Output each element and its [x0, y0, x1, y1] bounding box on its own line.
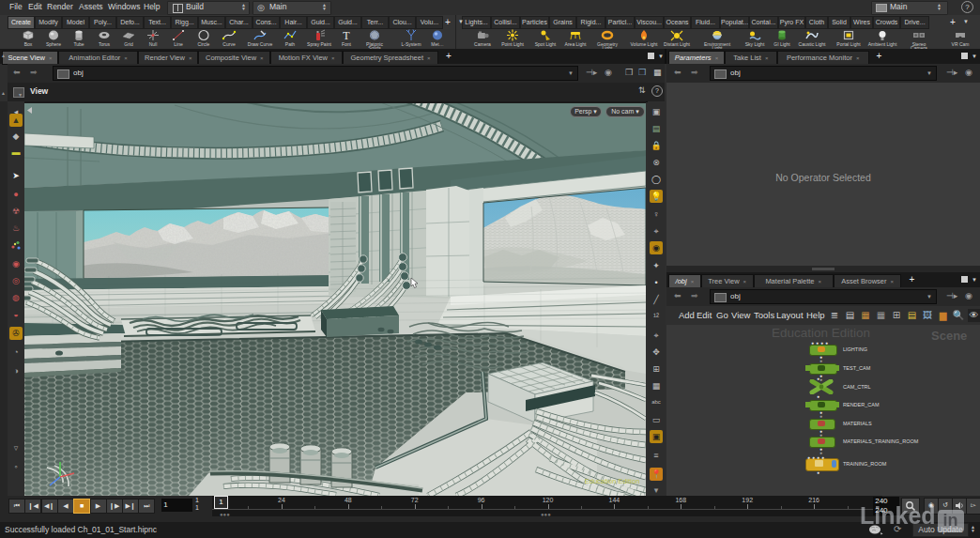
svg-text:Education Edition: Education Edition [585, 477, 639, 485]
svg-text:T: T [343, 29, 350, 42]
